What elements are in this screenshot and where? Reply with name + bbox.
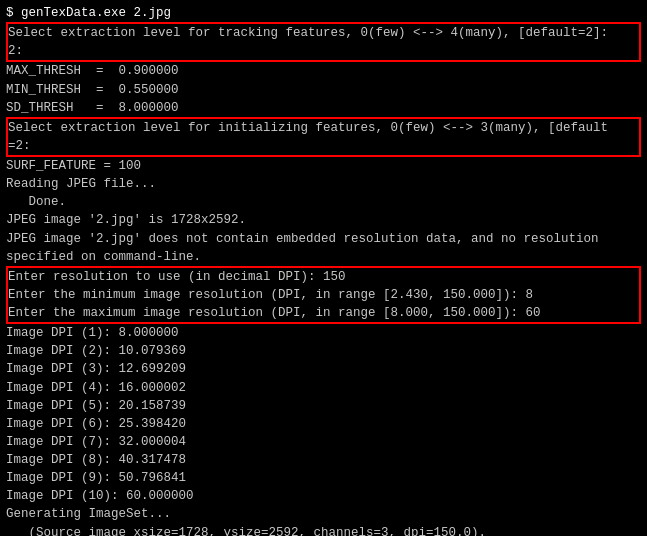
- dpi8: Image DPI (8): 40.317478: [6, 451, 641, 469]
- block2-line1: Select extraction level for initializing…: [8, 119, 639, 137]
- jpeg-info1: JPEG image '2.jpg' is 1728x2592.: [6, 211, 641, 229]
- dpi2: Image DPI (2): 10.079369: [6, 342, 641, 360]
- dpi9: Image DPI (9): 50.796841: [6, 469, 641, 487]
- surf-feature: SURF_FEATURE = 100: [6, 157, 641, 175]
- block2-line2: =2:: [8, 137, 639, 155]
- dpi5: Image DPI (5): 20.158739: [6, 397, 641, 415]
- sd-thresh: SD_THRESH = 8.000000: [6, 99, 641, 117]
- jpeg-info3: specified on command-line.: [6, 248, 641, 266]
- highlight-block-3: Enter resolution to use (in decimal DPI)…: [6, 266, 641, 324]
- terminal: $ genTexData.exe 2.jpg Select extraction…: [0, 0, 647, 536]
- jpeg-info2: JPEG image '2.jpg' does not contain embe…: [6, 230, 641, 248]
- block3-line3: Enter the maximum image resolution (DPI,…: [8, 304, 639, 322]
- dpi4: Image DPI (4): 16.000002: [6, 379, 641, 397]
- source-image: (Source image xsize=1728, ysize=2592, ch…: [6, 524, 641, 537]
- dpi7: Image DPI (7): 32.000004: [6, 433, 641, 451]
- min-thresh: MIN_THRESH = 0.550000: [6, 81, 641, 99]
- max-thresh: MAX_THRESH = 0.900000: [6, 62, 641, 80]
- highlight-block-2: Select extraction level for initializing…: [6, 117, 641, 157]
- reading-jpeg: Reading JPEG file...: [6, 175, 641, 193]
- block3-line1: Enter resolution to use (in decimal DPI)…: [8, 268, 639, 286]
- done1: Done.: [6, 193, 641, 211]
- dpi10: Image DPI (10): 60.000000: [6, 487, 641, 505]
- block1-line1: Select extraction level for tracking fea…: [8, 24, 639, 42]
- block3-line2: Enter the minimum image resolution (DPI,…: [8, 286, 639, 304]
- prompt-line: $ genTexData.exe 2.jpg: [6, 4, 641, 22]
- dpi6: Image DPI (6): 25.398420: [6, 415, 641, 433]
- dpi3: Image DPI (3): 12.699209: [6, 360, 641, 378]
- block1-line2: 2:: [8, 42, 639, 60]
- gen-imageset: Generating ImageSet...: [6, 505, 641, 523]
- highlight-block-1: Select extraction level for tracking fea…: [6, 22, 641, 62]
- dpi1: Image DPI (1): 8.000000: [6, 324, 641, 342]
